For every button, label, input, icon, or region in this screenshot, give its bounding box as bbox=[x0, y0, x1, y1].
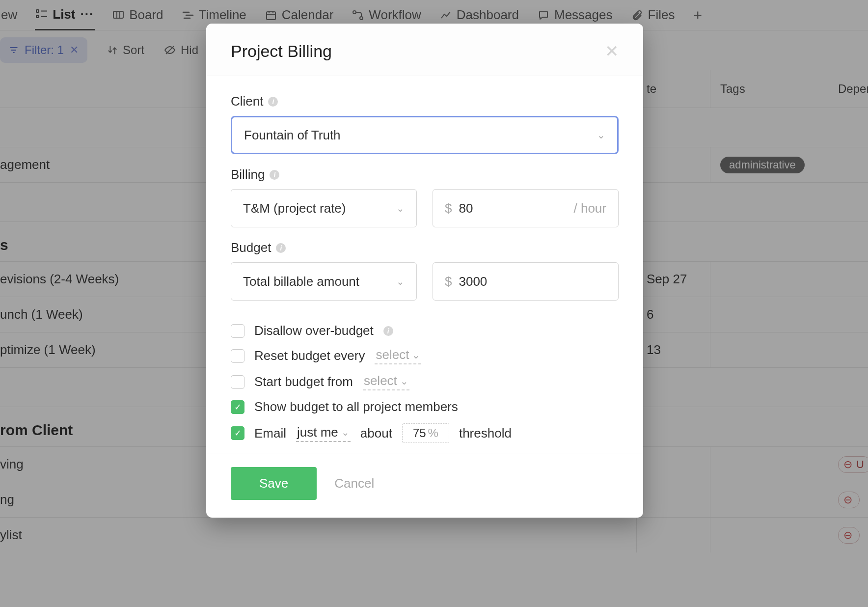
start-budget-checkbox[interactable] bbox=[231, 375, 244, 389]
project-billing-modal: Project Billing ✕ Client i Fountain of T… bbox=[206, 24, 643, 518]
modal-header: Project Billing ✕ bbox=[206, 24, 643, 76]
start-from-select[interactable]: select ⌄ bbox=[363, 373, 409, 390]
chevron-down-icon: ⌄ bbox=[400, 375, 408, 387]
show-budget-row: ✓ Show budget to all project members bbox=[231, 399, 619, 414]
modal-footer: Save Cancel bbox=[206, 453, 643, 518]
start-budget-row: Start budget from select ⌄ bbox=[231, 373, 619, 390]
reset-period-select[interactable]: select ⌄ bbox=[375, 347, 421, 364]
show-budget-checkbox[interactable]: ✓ bbox=[231, 400, 244, 414]
info-icon[interactable]: i bbox=[270, 170, 279, 180]
billing-type-select[interactable]: T&M (project rate) ⌄ bbox=[231, 189, 417, 227]
budget-amount-input[interactable]: $ 3000 bbox=[433, 262, 619, 301]
modal-title: Project Billing bbox=[231, 42, 332, 61]
budget-type-select[interactable]: Total billable amount ⌄ bbox=[231, 262, 417, 301]
billing-label: Billing i bbox=[231, 167, 619, 182]
email-who-select[interactable]: just me ⌄ bbox=[296, 425, 351, 442]
modal-body: Client i Fountain of Truth ⌄ Billing i T… bbox=[206, 76, 643, 453]
info-icon[interactable]: i bbox=[268, 97, 278, 107]
info-icon[interactable]: i bbox=[276, 243, 286, 253]
chevron-down-icon: ⌄ bbox=[396, 202, 405, 214]
chevron-down-icon: ⌄ bbox=[412, 349, 420, 361]
client-select[interactable]: Fountain of Truth ⌄ bbox=[231, 116, 619, 154]
email-threshold-row: ✓ Email just me ⌄ about 75% threshold bbox=[231, 423, 619, 443]
disallow-overbudget-checkbox[interactable] bbox=[231, 324, 244, 338]
client-label: Client i bbox=[231, 94, 619, 109]
info-icon[interactable]: i bbox=[383, 326, 393, 336]
rate-unit: / hour bbox=[574, 201, 607, 216]
chevron-down-icon: ⌄ bbox=[597, 129, 605, 141]
disallow-overbudget-row: Disallow over-budget i bbox=[231, 323, 619, 338]
reset-budget-checkbox[interactable] bbox=[231, 349, 244, 363]
chevron-down-icon: ⌄ bbox=[341, 426, 350, 438]
save-button[interactable]: Save bbox=[231, 467, 317, 500]
currency-symbol: $ bbox=[445, 201, 452, 216]
chevron-down-icon: ⌄ bbox=[396, 276, 405, 287]
close-icon[interactable]: ✕ bbox=[605, 41, 619, 61]
billing-rate-input[interactable]: $ 80 / hour bbox=[433, 189, 619, 227]
cancel-button[interactable]: Cancel bbox=[334, 476, 374, 491]
budget-label: Budget i bbox=[231, 240, 619, 255]
threshold-input[interactable]: 75% bbox=[402, 423, 449, 443]
currency-symbol: $ bbox=[445, 274, 452, 289]
email-checkbox[interactable]: ✓ bbox=[231, 426, 244, 440]
reset-budget-row: Reset budget every select ⌄ bbox=[231, 347, 619, 364]
